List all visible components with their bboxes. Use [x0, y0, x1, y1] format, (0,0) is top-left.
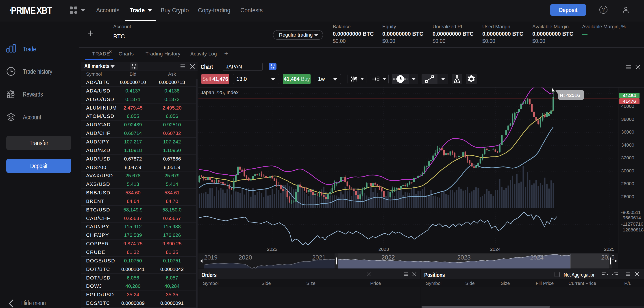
svg-text:2025: 2025 — [601, 254, 615, 261]
svg-text:2023: 2023 — [378, 246, 389, 252]
svg-text:2021: 2021 — [312, 254, 326, 261]
svg-text:2020: 2020 — [238, 254, 252, 261]
svg-text:2023: 2023 — [457, 254, 471, 261]
svg-text:2022: 2022 — [267, 246, 278, 252]
svg-text:2024: 2024 — [530, 254, 544, 261]
svg-text:2025: 2025 — [604, 246, 615, 252]
svg-text:2019: 2019 — [204, 254, 218, 261]
svg-text:2022: 2022 — [382, 254, 395, 261]
svg-text:2024: 2024 — [490, 246, 501, 252]
svg-text:H: 42516: H: 42516 — [560, 93, 580, 98]
